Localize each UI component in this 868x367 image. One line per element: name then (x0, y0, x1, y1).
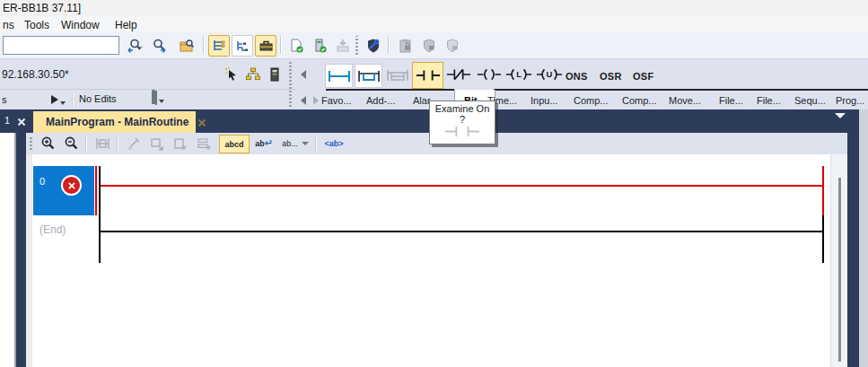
download-icon (335, 38, 351, 54)
ote-button[interactable] (476, 65, 503, 84)
main-toolbar: ⌄ (0, 32, 868, 59)
pointer-spark-icon (224, 66, 240, 83)
fit-rung-icon (95, 136, 110, 151)
branch-icon (357, 69, 381, 83)
svg-text:U: U (547, 70, 553, 79)
otl-button[interactable]: L (504, 65, 533, 84)
tab-add-on[interactable]: Add-... (366, 95, 395, 106)
verify-document-icon (288, 38, 304, 54)
search-forward-icon (152, 38, 168, 54)
vertical-scrollbar[interactable] (830, 154, 848, 367)
output-energize-icon (477, 66, 502, 83)
tooltip-title: Examine On (430, 103, 495, 114)
palette-underline-left (326, 89, 454, 91)
osf-button[interactable]: OSF (633, 71, 654, 82)
chevron-down-icon (302, 142, 309, 145)
comm-path: 92.168.30.50* (2, 68, 69, 81)
tabs-scroll-left[interactable] (298, 95, 309, 106)
rung-0-wire[interactable] (101, 185, 823, 187)
edit-rung-button-disabled (124, 135, 144, 153)
menu-help[interactable]: Help (112, 18, 140, 32)
menu-tools[interactable]: Tools (22, 18, 52, 32)
search-back-button[interactable] (124, 35, 145, 57)
search-forward-button[interactable] (149, 35, 171, 57)
zoom-in-icon (39, 135, 56, 152)
shield-lock-icon (421, 38, 437, 54)
tab-compute[interactable]: Comp... (622, 95, 657, 106)
xio-button[interactable] (445, 65, 472, 84)
tab-list-dropdown[interactable] (835, 118, 846, 131)
who-active-button[interactable] (242, 64, 264, 85)
logical-organizer-toggle[interactable] (232, 35, 253, 57)
verify-controller-button[interactable] (309, 35, 330, 57)
tab-compare[interactable]: Comp... (574, 95, 609, 106)
toolbar-grip[interactable] (30, 136, 32, 150)
scrollbar-thumb[interactable] (838, 178, 841, 362)
delete-column-button-disabled (171, 135, 190, 153)
output-latch-icon: L (505, 66, 532, 83)
chevron-down-icon (159, 100, 164, 103)
rung-icon (328, 69, 351, 83)
rung-0-selector[interactable]: 0 (33, 166, 94, 215)
text-options-dropdown[interactable]: ab... (279, 135, 311, 152)
toolbox-toggle[interactable] (255, 35, 276, 57)
search-folder-icon (179, 38, 195, 54)
rslinx-pointer-button[interactable] (221, 64, 242, 85)
tab-file-misc[interactable]: File... (719, 95, 743, 106)
close-icon[interactable] (17, 118, 25, 126)
quick-find-input[interactable] (4, 39, 136, 52)
menu-window[interactable]: Window (58, 18, 102, 32)
edit-mode-fragment: s (2, 94, 7, 105)
verify-routine-button[interactable] (285, 35, 307, 57)
panel-splitter[interactable] (16, 133, 26, 367)
module-info-button[interactable] (264, 64, 285, 85)
zoom-in-button[interactable] (38, 135, 57, 153)
examine-off-icon (446, 66, 471, 83)
new-branch-button[interactable] (355, 64, 382, 88)
osr-button[interactable]: OSR (600, 71, 622, 82)
tab-favorites[interactable]: Favo... (321, 95, 352, 106)
run-mode-dropdown[interactable] (48, 92, 68, 108)
window-title: ER-BB1B 37.11] (3, 2, 81, 14)
ons-button[interactable]: ONS (566, 71, 588, 82)
ladder-canvas[interactable]: 0 (End) (26, 154, 830, 367)
right-panel-border (847, 133, 859, 367)
toolbar-separator (85, 135, 87, 151)
instruction-tooltip: Examine On ? (429, 100, 495, 144)
palette-dotted-separator (289, 62, 292, 107)
tab-program-control[interactable]: Prog... (836, 95, 864, 106)
otu-button[interactable]: U (535, 65, 564, 84)
controller-organizer-toggle[interactable] (208, 35, 230, 57)
error-x-icon (67, 181, 75, 188)
palette-underline-right (494, 89, 868, 91)
organizer-tree-icon (212, 39, 226, 53)
word-wrap-button[interactable]: ab↵ (252, 135, 276, 152)
studio5000-window: ER-BB1B 37.11] ns Tools Window Help ⌄ (0, 0, 868, 367)
xic-button[interactable] (412, 62, 443, 89)
new-rung-button[interactable] (325, 64, 353, 88)
tab-input-output[interactable]: Inpu... (530, 95, 558, 106)
search-in-files-button[interactable] (176, 35, 197, 57)
tabs-scroll-right[interactable] (311, 95, 321, 106)
active-document-tab[interactable]: MainProgram - MainRoutine (33, 111, 196, 133)
quick-find-combo[interactable]: ⌄ (3, 36, 119, 55)
edits-lock-dropdown[interactable] (146, 89, 168, 107)
tab-sequencer[interactable]: Sequ... (794, 95, 826, 106)
security-configuration-button[interactable] (363, 35, 384, 57)
toolbar-separator (280, 36, 282, 54)
rung-error-icon (61, 175, 82, 196)
show-text-toggle[interactable]: abcd (219, 135, 250, 153)
right-rail-error-segment (822, 166, 824, 215)
palette-scroll-left[interactable] (298, 68, 309, 81)
delete-row-button-disabled (194, 135, 214, 153)
branch-level-icon (386, 68, 409, 83)
zoom-out-button[interactable] (61, 135, 81, 153)
toolbar-separator (203, 36, 205, 54)
fit-rung-button-disabled (92, 135, 112, 153)
tab-file-shift[interactable]: File... (757, 95, 781, 106)
verify-controller-icon (311, 38, 328, 54)
tab-move-logical[interactable]: Move... (669, 95, 701, 106)
partial-tab-label[interactable]: 1 (4, 115, 10, 126)
tag-display-button[interactable]: <ab> (320, 135, 347, 152)
menu-communications-partial[interactable]: ns (0, 18, 17, 32)
